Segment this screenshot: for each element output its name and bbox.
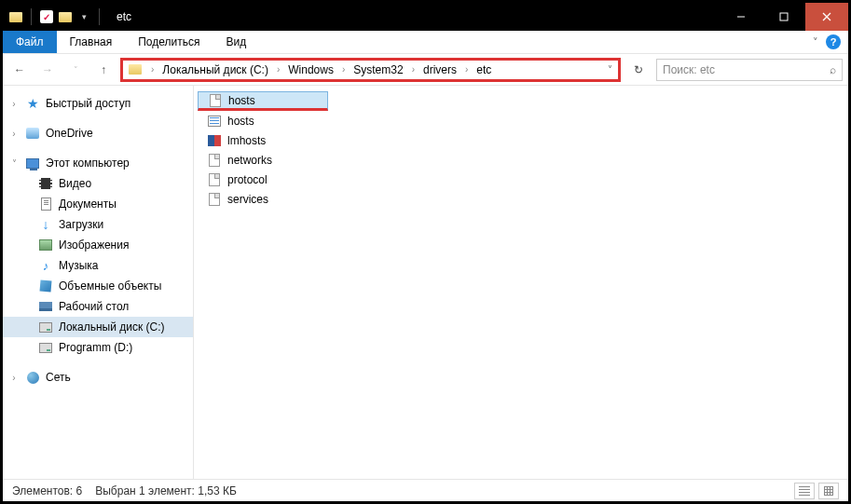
dropdown-icon[interactable]: ▾	[76, 9, 91, 24]
folder-icon[interactable]	[58, 9, 73, 24]
sidebar-desktop[interactable]: Рабочий стол	[3, 296, 193, 317]
sidebar-videos[interactable]: Видео	[3, 173, 193, 194]
view-details-button[interactable]	[794, 483, 815, 499]
chevron-right-icon[interactable]: ›	[8, 129, 20, 139]
sidebar-label: Видео	[59, 177, 91, 190]
monitor-icon	[25, 156, 40, 170]
breadcrumb-item[interactable]: etc	[472, 61, 496, 78]
address-bar[interactable]: › Локальный диск (C:) › Windows › System…	[120, 58, 621, 82]
file-icon	[208, 93, 223, 108]
help-icon[interactable]: ?	[826, 34, 841, 49]
svg-rect-1	[780, 13, 788, 20]
sidebar-network[interactable]: › Сеть	[3, 367, 193, 388]
chevron-right-icon[interactable]: ›	[8, 99, 20, 109]
toolbar: ← → ˅ ↑ › Локальный диск (C:) › Windows …	[3, 54, 848, 86]
file-item[interactable]: hosts	[198, 91, 328, 111]
navigation-pane: › ★ Быстрый доступ › OneDrive ˅ Этот ком…	[3, 86, 194, 479]
hosts-icon	[207, 114, 222, 129]
close-button[interactable]	[805, 3, 848, 31]
sidebar-programm-d[interactable]: Programm (D:)	[3, 337, 193, 358]
globe-icon	[25, 370, 40, 385]
file-icon	[207, 192, 222, 207]
sidebar-label: Объемные объекты	[59, 279, 161, 293]
music-icon: ♪	[38, 258, 53, 273]
sidebar-documents[interactable]: Документы	[3, 194, 193, 214]
chevron-down-icon[interactable]: ˅	[8, 158, 20, 169]
nav-up-button[interactable]: ↑	[92, 59, 115, 81]
disk-icon	[38, 340, 53, 355]
menu-home[interactable]: Главная	[57, 31, 126, 53]
menu-view[interactable]: Вид	[213, 31, 259, 53]
search-icon: ⌕	[830, 63, 836, 76]
file-item[interactable]: hosts	[198, 111, 328, 130]
picture-icon	[38, 238, 53, 252]
titlebar: ✓ ▾ etc	[3, 3, 848, 31]
sidebar-label: Programm (D:)	[59, 341, 132, 354]
menu-share[interactable]: Поделиться	[125, 31, 213, 53]
star-icon: ★	[25, 96, 40, 111]
folder-icon	[127, 61, 144, 78]
sidebar-label: Сеть	[46, 371, 71, 384]
sidebar-onedrive[interactable]: › OneDrive	[3, 123, 193, 143]
file-list[interactable]: hosts hosts lmhosts networks protocol se…	[194, 86, 848, 479]
sidebar-quick-access[interactable]: › ★ Быстрый доступ	[3, 93, 193, 114]
breadcrumb: › Локальный диск (C:) › Windows › System…	[149, 61, 496, 78]
sidebar-label: Загрузки	[59, 218, 103, 231]
chevron-right-icon[interactable]: ›	[8, 373, 20, 383]
cube-icon	[38, 279, 53, 293]
expand-ribbon-icon[interactable]: ˅	[813, 36, 818, 48]
file-name: networks	[227, 154, 272, 167]
file-item[interactable]: lmhosts	[198, 130, 328, 150]
properties-icon[interactable]: ✓	[39, 9, 54, 24]
file-name: hosts	[227, 115, 254, 128]
sidebar-music[interactable]: ♪ Музыка	[3, 255, 193, 276]
file-item[interactable]: networks	[198, 150, 328, 170]
breadcrumb-item[interactable]: System32	[349, 61, 407, 78]
chevron-right-icon[interactable]: ›	[340, 64, 347, 75]
sidebar-label: Этот компьютер	[46, 157, 130, 170]
address-dropdown-icon[interactable]: ˅	[608, 64, 612, 75]
chevron-right-icon[interactable]: ›	[149, 64, 156, 75]
file-icon	[207, 153, 222, 168]
download-icon: ↓	[38, 217, 53, 232]
folder-icon	[8, 9, 23, 24]
file-item[interactable]: protocol	[198, 170, 328, 189]
item-count: Элементов: 6	[12, 484, 82, 497]
sidebar-downloads[interactable]: ↓ Загрузки	[3, 214, 193, 235]
desktop-icon	[38, 299, 53, 314]
chevron-right-icon[interactable]: ›	[275, 64, 281, 75]
file-icon	[207, 172, 222, 187]
cloud-icon	[25, 126, 40, 141]
chevron-right-icon[interactable]: ›	[410, 64, 417, 75]
search-input[interactable]: Поиск: etc ⌕	[656, 59, 843, 81]
breadcrumb-item[interactable]: drivers	[419, 61, 461, 78]
breadcrumb-item[interactable]: Windows	[283, 61, 338, 78]
maximize-button[interactable]	[762, 3, 805, 31]
film-icon	[38, 176, 53, 191]
breadcrumb-item[interactable]: Локальный диск (C:)	[158, 61, 273, 78]
file-item[interactable]: services	[198, 189, 328, 209]
window-title: etc	[117, 10, 131, 23]
sidebar-local-disk-c[interactable]: Локальный диск (C:)	[3, 317, 193, 337]
menu-file[interactable]: Файл	[3, 31, 57, 53]
file-name: lmhosts	[227, 134, 266, 147]
sidebar-label: Локальный диск (C:)	[59, 320, 165, 334]
lmhosts-icon	[207, 133, 222, 148]
sidebar-label: Изображения	[59, 238, 129, 252]
chevron-right-icon[interactable]: ›	[463, 64, 470, 75]
disk-icon	[38, 320, 53, 334]
sidebar-3d-objects[interactable]: Объемные объекты	[3, 276, 193, 296]
document-icon	[38, 197, 53, 211]
file-name: hosts	[228, 94, 255, 107]
sidebar-label: OneDrive	[46, 127, 93, 140]
nav-back-button[interactable]: ←	[8, 59, 31, 81]
sidebar-this-pc[interactable]: ˅ Этот компьютер	[3, 153, 193, 173]
sidebar-pictures[interactable]: Изображения	[3, 235, 193, 255]
view-icons-button[interactable]	[818, 483, 839, 499]
refresh-button[interactable]: ↻	[626, 59, 651, 81]
nav-forward-button[interactable]: →	[36, 59, 59, 81]
minimize-button[interactable]	[720, 3, 762, 31]
nav-recent-dropdown[interactable]: ˅	[64, 59, 87, 81]
ribbon-tabs: Файл Главная Поделиться Вид ˅ ?	[3, 31, 848, 54]
status-bar: Элементов: 6 Выбран 1 элемент: 1,53 КБ	[3, 479, 848, 501]
